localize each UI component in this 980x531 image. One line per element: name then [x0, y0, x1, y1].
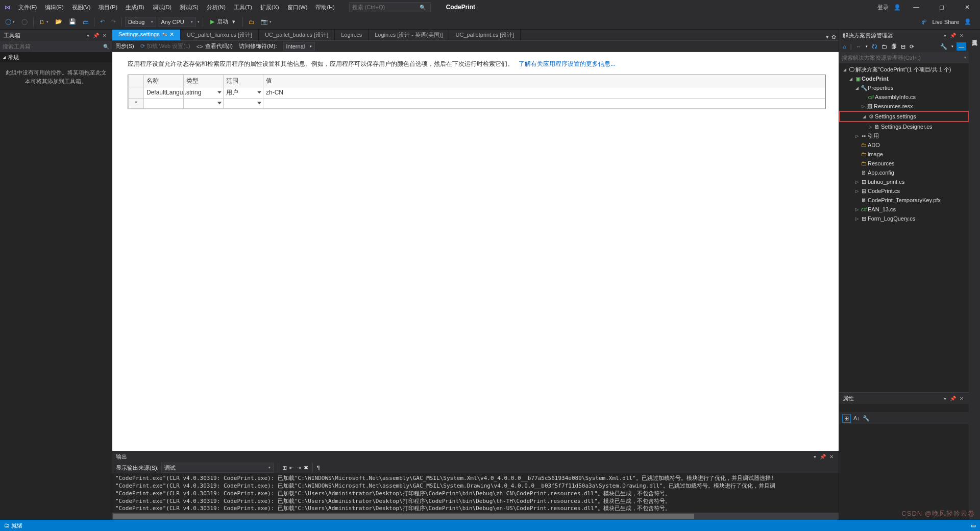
output-source-combo[interactable]: 调试▾	[161, 463, 274, 473]
pin-icon[interactable]: ⇋	[162, 31, 167, 38]
config-combo[interactable]: Debug▾	[125, 17, 156, 27]
browser-button[interactable]: 🗀	[246, 17, 257, 27]
output-next-icon[interactable]: ⇥	[297, 465, 301, 471]
undo-button[interactable]: ↶	[97, 17, 107, 27]
tab-login-design[interactable]: Login.cs [设计 - 英语(美国)]	[369, 30, 449, 40]
sln-arrow-icon[interactable]: ↔	[855, 42, 863, 51]
sln-refresh-icon[interactable]: 🗘	[871, 42, 878, 51]
col-scope[interactable]: 范围	[224, 75, 263, 87]
start-button[interactable]: ▶启动▾	[206, 16, 239, 27]
sln-wrench-icon[interactable]: 🔧	[939, 42, 948, 51]
sln-resources[interactable]: 🗀Resources	[839, 159, 969, 168]
cell-scope[interactable]: 用户	[224, 87, 263, 98]
sln-image[interactable]: 🗀image	[839, 150, 969, 159]
sln-references[interactable]: ▷▪▪引用	[839, 131, 969, 140]
cell-type[interactable]: string	[184, 87, 224, 98]
menu-extensions[interactable]: 扩展(X)	[256, 2, 283, 13]
sln-ean[interactable]: ▷c#EAN_13.cs	[839, 205, 969, 214]
sln-properties-node[interactable]: ◢🔧Properties	[839, 83, 969, 92]
row-header[interactable]	[129, 87, 144, 98]
menu-edit[interactable]: 编辑(E)	[41, 2, 68, 13]
output-menu-icon[interactable]: ▾	[812, 453, 818, 461]
output-clear-icon[interactable]: ✖	[304, 465, 308, 471]
tab-overflow-icon[interactable]: ▾	[826, 34, 829, 40]
settings-help-link[interactable]: 了解有关应用程序设置的更多信息...	[519, 60, 616, 67]
grid-new-row[interactable]: *	[129, 98, 825, 108]
sln-pin-icon[interactable]: 📌	[948, 32, 958, 39]
menu-project[interactable]: 项目(P)	[94, 2, 121, 13]
sln-codeprint[interactable]: ▷⊞CodePrint.cs	[839, 186, 969, 196]
props-pin-icon[interactable]: 📌	[948, 395, 958, 402]
access-combo[interactable]: Internal▾	[283, 42, 315, 51]
sln-search-input[interactable]	[842, 55, 964, 61]
sln-search[interactable]: ▾	[839, 52, 969, 63]
menu-help[interactable]: 帮助(H)	[311, 2, 338, 13]
row-header-new[interactable]: *	[129, 98, 144, 108]
sln-designer[interactable]: ▷🗎Settings.Designer.cs	[839, 122, 969, 131]
cell-name[interactable]: DefaultLangu...	[144, 87, 184, 98]
grid-row[interactable]: DefaultLangu... string 用户 zh-CN	[129, 87, 825, 98]
cell-value-new[interactable]	[263, 98, 825, 108]
platform-combo[interactable]: Any CPU▾	[158, 17, 195, 27]
tab-login[interactable]: Login.cs	[335, 30, 369, 40]
props-menu-icon[interactable]: ▾	[942, 395, 948, 402]
menu-build[interactable]: 生成(B)	[121, 2, 149, 13]
user-icon[interactable]: 👤	[894, 4, 901, 11]
output-locate-icon[interactable]: ⊞	[282, 465, 287, 471]
output-prev-icon[interactable]: ⇤	[289, 465, 294, 471]
categorized-icon[interactable]: ⊞	[842, 414, 851, 423]
sln-home-icon[interactable]: ⌂	[842, 42, 847, 51]
tab-lianxu[interactable]: UC_pallet_lianxu.cs [设计]	[181, 30, 259, 40]
menu-tools[interactable]: 工具(T)	[230, 2, 256, 13]
nav-back-button[interactable]: ◯▾	[3, 17, 17, 27]
sln-close-icon[interactable]: ✕	[958, 32, 965, 39]
sln-showall-icon[interactable]: 🗐	[890, 42, 898, 51]
settings-grid[interactable]: 名称 类型 范围 值 DefaultLangu... string 用户 zh	[128, 75, 826, 109]
output-close-icon[interactable]: ✕	[828, 453, 835, 461]
maximize-button[interactable]: ◻	[932, 0, 952, 14]
sln-assemblyinfo[interactable]: c#AssemblyInfo.cs	[839, 92, 969, 102]
sln-files-icon[interactable]: 🗀	[880, 42, 888, 51]
search-icon[interactable]: 🔍	[419, 5, 427, 10]
toolbox-search-input[interactable]	[3, 43, 103, 50]
cell-value[interactable]: zh-CN	[263, 87, 825, 98]
minimize-button[interactable]: —	[906, 0, 926, 14]
sln-project[interactable]: ◢▣CodePrint	[839, 74, 969, 83]
user-avatar-icon[interactable]: 👤	[964, 18, 971, 25]
output-scroll-h[interactable]	[112, 513, 839, 520]
sln-properties-icon[interactable]: ⊟	[900, 42, 906, 51]
menu-file[interactable]: 文件(F)	[14, 2, 41, 13]
gear-icon[interactable]: ✿	[831, 34, 836, 40]
cell-type-new[interactable]	[184, 98, 224, 108]
sln-tempkey[interactable]: 🗎CodePrint_TemporaryKey.pfx	[839, 196, 969, 205]
toolbox-pin-icon[interactable]: 📌	[91, 32, 101, 39]
output-wrap-icon[interactable]: ¶	[317, 465, 320, 471]
liveshare-icon[interactable]: ⮳	[921, 19, 927, 25]
nav-fwd-button[interactable]: ◯	[19, 17, 30, 27]
sln-key-icon[interactable]: —	[957, 42, 966, 51]
vtab-properties[interactable]: 属性工具	[970, 32, 979, 40]
toolbox-section-general[interactable]: ◢常规	[0, 52, 112, 62]
open-button[interactable]: 📂	[53, 17, 65, 27]
platform-menu-icon[interactable]: ▾	[198, 20, 200, 24]
sln-menu-icon[interactable]: ▾	[942, 32, 948, 39]
output-text[interactable]: "CodePrint.exe"(CLR v4.0.30319: CodePrin…	[112, 473, 839, 513]
sln-buhuo[interactable]: ▷⊞buhuo_print.cs	[839, 177, 969, 186]
camera-button[interactable]: 📷▾	[258, 17, 274, 27]
toolbox-close-icon[interactable]: ✕	[101, 32, 108, 39]
sln-sync-icon[interactable]: ⟳	[909, 42, 915, 51]
sln-appconfig[interactable]: 🗎App.config	[839, 168, 969, 177]
menu-debug[interactable]: 调试(D)	[149, 2, 176, 13]
output-pin-icon[interactable]: 📌	[818, 453, 827, 461]
menu-analyze[interactable]: 分析(N)	[203, 2, 230, 13]
col-value[interactable]: 值	[263, 75, 825, 87]
cell-name-new[interactable]	[144, 98, 184, 108]
tab-palletprint[interactable]: UC_palletprint.cs [设计]	[449, 30, 521, 40]
col-name[interactable]: 名称	[144, 75, 184, 87]
col-type[interactable]: 类型	[184, 75, 224, 87]
sync-button[interactable]: 同步(S)	[115, 42, 134, 50]
login-link[interactable]: 登录	[877, 4, 889, 11]
liveshare-button[interactable]: Live Share	[932, 19, 959, 25]
sln-settings-node[interactable]: ◢⚙Settings.settings	[839, 111, 969, 122]
menu-window[interactable]: 窗口(W)	[283, 2, 312, 13]
